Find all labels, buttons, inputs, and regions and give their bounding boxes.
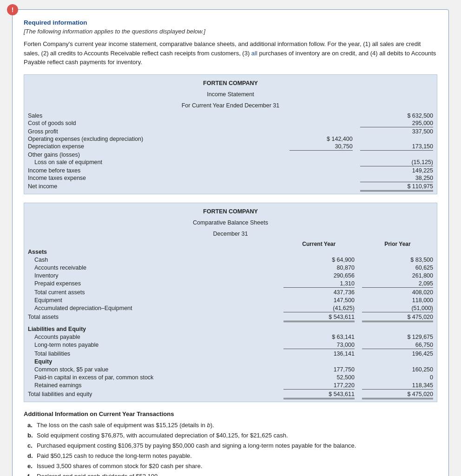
- table-row: Prepaid expenses 1,310 2,095: [24, 280, 437, 289]
- bs-row-label: Inventory: [24, 272, 280, 280]
- table-row: Total liabilities 136,141 196,425: [24, 350, 437, 357]
- bs-row-label: Long-term notes payable: [24, 341, 280, 350]
- list-item: d. Paid $50,125 cash to reduce the long-…: [27, 451, 437, 461]
- table-row: Net income $ 110,975: [24, 183, 437, 192]
- bs-row-label: Equipment: [24, 297, 280, 304]
- list-item-label: a.: [27, 420, 35, 430]
- list-item-label: c.: [27, 441, 35, 451]
- bs-cy-val: $ 63,141: [280, 333, 358, 341]
- table-row: Long-term notes payable 73,000 66,750: [24, 341, 437, 350]
- table-row: Accounts receivable 80,870 60,625: [24, 264, 437, 272]
- bs-py-val: 0: [358, 373, 437, 381]
- bs-row-label: Retained earnings: [24, 381, 280, 390]
- bs-cell: [280, 357, 358, 365]
- bs-row-label: Accumulated depreciation–Equipment: [24, 304, 280, 313]
- is-row-label: Income taxes expense: [24, 174, 286, 183]
- table-row: Loss on sale of equipment (15,125): [24, 159, 437, 167]
- bs-subtitle: Comparative Balance Sheets: [24, 218, 437, 227]
- list-item-label: f.: [27, 471, 35, 476]
- table-row: Assets: [24, 248, 437, 256]
- is-row-amt1: [286, 174, 356, 183]
- is-row-amt2: 295,000: [356, 119, 437, 128]
- income-table: Sales $ 632,500 Cost of goods sold 295,0…: [24, 112, 437, 192]
- table-row: Income taxes expense 38,250: [24, 174, 437, 183]
- is-row-label: Operating expenses (excluding depreciati…: [24, 135, 286, 143]
- bs-py-val: $ 475,020: [358, 313, 437, 323]
- table-row: Liabilities and Equity: [24, 323, 437, 333]
- list-item-text: Purchased equipment costing $106,375 by …: [37, 441, 356, 451]
- is-row-amt2: 173,150: [356, 143, 437, 151]
- is-row-amt2: 337,500: [356, 128, 437, 135]
- is-row-amt2: $ 110,975: [356, 183, 437, 192]
- bs-cy-val: 136,141: [280, 350, 358, 357]
- list-item-text: Paid $50,125 cash to reduce the long-ter…: [37, 451, 192, 461]
- is-row-label: Net income: [24, 183, 286, 192]
- bs-equity-heading: Equity: [24, 357, 280, 365]
- bs-py-val: 2,095: [358, 280, 437, 289]
- bs-row-label: Prepaid expenses: [24, 280, 280, 289]
- bs-cell: [358, 248, 437, 256]
- bs-col-lbl: [24, 240, 280, 248]
- bs-cy-val: 437,736: [280, 289, 358, 297]
- bs-section-heading: Liabilities and Equity: [24, 323, 280, 333]
- table-row: Income before taxes 149,225: [24, 167, 437, 174]
- balance-sheet-table: Current Year Prior Year Assets Cash $ 64…: [24, 240, 437, 400]
- bs-cell: [280, 248, 358, 256]
- is-row-amt2: 38,250: [356, 174, 437, 183]
- table-row: Total assets $ 543,611 $ 475,020: [24, 313, 437, 323]
- list-item: e. Issued 3,500 shares of common stock f…: [27, 461, 437, 471]
- additional-info-list: a. The loss on the cash sale of equipmen…: [24, 420, 437, 476]
- is-company: FORTEN COMPANY: [24, 79, 437, 88]
- is-row-amt1: [286, 128, 356, 135]
- table-row: Retained earnings 177,220 118,345: [24, 381, 437, 390]
- is-row-amt1: $ 142,400: [286, 135, 356, 143]
- bs-py-val: 66,750: [358, 341, 437, 350]
- is-row-amt1: [286, 119, 356, 128]
- bs-row-label: Accounts receivable: [24, 264, 280, 272]
- bs-py-val: $ 475,020: [358, 390, 437, 400]
- table-row: Paid-in capital in excess of par, common…: [24, 373, 437, 381]
- is-row-label: Depreciation expense: [24, 143, 286, 151]
- is-row-amt2: [356, 151, 437, 159]
- list-item: c. Purchased equipment costing $106,375 …: [27, 441, 437, 451]
- bs-cy-val: 73,000: [280, 341, 358, 350]
- bs-cy-val: 52,500: [280, 373, 358, 381]
- bs-cy-val: 177,220: [280, 381, 358, 390]
- alert-icon: !: [7, 4, 18, 15]
- is-row-amt1: [286, 167, 356, 174]
- body-text: Forten Company's current year income sta…: [24, 40, 437, 67]
- balance-sheet-section: FORTEN COMPANY Comparative Balance Sheet…: [24, 203, 437, 403]
- table-row: Other gains (losses): [24, 151, 437, 159]
- bs-py-val: $ 83,500: [358, 256, 437, 264]
- bs-py-val: 160,250: [358, 365, 437, 373]
- bs-col-py: Prior Year: [358, 240, 437, 248]
- bs-row-label: Paid-in capital in excess of par, common…: [24, 373, 280, 381]
- table-row: Total current assets 437,736 408,020: [24, 289, 437, 297]
- bs-period: December 31: [24, 229, 437, 238]
- bs-cy-val: 80,870: [280, 264, 358, 272]
- is-row-amt1: [286, 159, 356, 167]
- bs-py-val: 408,020: [358, 289, 437, 297]
- bs-col-cy: Current Year: [280, 240, 358, 248]
- bs-py-val: 118,345: [358, 381, 437, 390]
- bs-cell: [280, 323, 358, 333]
- table-row: Sales $ 632,500: [24, 112, 437, 119]
- bs-cy-val: $ 64,900: [280, 256, 358, 264]
- bs-py-val: 118,000: [358, 297, 437, 304]
- list-item-text: The loss on the cash sale of equipment w…: [37, 420, 214, 430]
- bs-py-val: 196,425: [358, 350, 437, 357]
- list-item-label: d.: [27, 451, 35, 461]
- is-row-label: Loss on sale of equipment: [24, 159, 286, 167]
- bs-row-label: Cash: [24, 256, 280, 264]
- list-item-text: Sold equipment costing $76,875, with acc…: [37, 430, 288, 441]
- bs-row-label: Total liabilities: [24, 350, 280, 357]
- list-item-text: Declared and paid cash dividends of $52,…: [37, 471, 159, 476]
- table-row: Gross profit 337,500: [24, 128, 437, 135]
- bs-row-label: Common stock, $5 par value: [24, 365, 280, 373]
- income-statement-section: FORTEN COMPANY Income Statement For Curr…: [24, 74, 437, 194]
- is-row-amt1: [286, 151, 356, 159]
- list-item: b. Sold equipment costing $76,875, with …: [27, 430, 437, 441]
- table-row: Equipment 147,500 118,000: [24, 297, 437, 304]
- table-row: Inventory 290,656 261,800: [24, 272, 437, 280]
- section-title: Required information: [24, 19, 437, 26]
